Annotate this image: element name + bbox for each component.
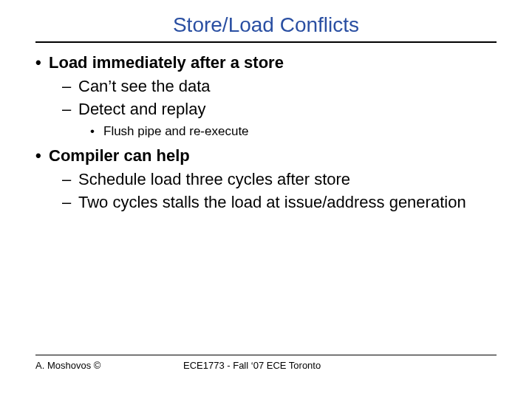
bullet-lvl2: Schedule load three cycles after store [35,168,497,191]
slide-title: Store/Load Conflicts [35,13,497,37]
slide-content: Load immediately after a store Can’t see… [35,52,497,214]
bullet-lvl2: Two cycles stalls the load at issue/addr… [35,191,497,214]
title-divider [35,41,497,43]
footer-author: A. Moshovos © [35,360,183,371]
slide-footer: A. Moshovos © ECE1773 - Fall ‘07 ECE Tor… [35,355,497,371]
bullet-lvl3: Flush pipe and re-execute [35,123,497,140]
footer-course: ECE1773 - Fall ‘07 ECE Toronto [183,360,497,371]
bullet-lvl2: Can’t see the data [35,75,497,98]
bullet-lvl1: Compiler can help [35,145,497,167]
bullet-lvl1: Load immediately after a store [35,52,497,74]
footer-divider [35,355,497,355]
bullet-lvl2: Detect and replay [35,98,497,120]
